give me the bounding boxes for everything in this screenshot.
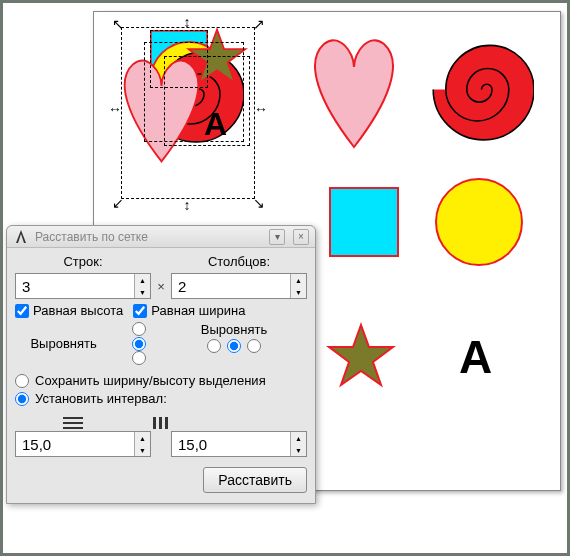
valign-bot-radio[interactable]: [132, 351, 146, 365]
vspacing-spinbox[interactable]: ▲▼: [171, 431, 307, 457]
rows-label: Строк:: [63, 254, 102, 269]
hspacing-down[interactable]: ▼: [135, 444, 150, 456]
set-interval-label: Установить интервал:: [35, 391, 167, 406]
hspacing-icon: [63, 417, 83, 429]
vspacing-up[interactable]: ▲: [291, 432, 306, 444]
valign-top-radio[interactable]: [132, 322, 146, 336]
arrange-dialog: Расставить по сетке ▾ × Строк: Столбцов:…: [6, 225, 316, 504]
cols-down[interactable]: ▼: [291, 286, 306, 298]
svg-rect-0: [330, 188, 398, 256]
rows-input[interactable]: [16, 274, 134, 298]
equal-width-checkbox[interactable]: Равная ширина: [133, 303, 245, 318]
cols-up[interactable]: ▲: [291, 274, 306, 286]
square-cyan-right: [329, 187, 399, 257]
star-olive-right: [326, 322, 396, 392]
app-icon: [13, 229, 29, 245]
hspacing-input[interactable]: [16, 432, 134, 456]
selection-inner-3: [164, 56, 250, 146]
handle-w[interactable]: ↔: [108, 102, 122, 116]
close-button[interactable]: ×: [293, 229, 309, 245]
svg-rect-9: [165, 417, 168, 429]
svg-rect-5: [63, 422, 83, 424]
rows-spinbox[interactable]: ▲▼: [15, 273, 151, 299]
svg-rect-6: [63, 427, 83, 429]
cols-label: Столбцов:: [208, 254, 270, 269]
titlebar[interactable]: Расставить по сетке ▾ ×: [7, 226, 315, 248]
svg-rect-7: [153, 417, 156, 429]
arrange-button[interactable]: Расставить: [203, 467, 307, 493]
equal-height-checkbox[interactable]: Равная высота: [15, 303, 123, 318]
app-frame: A A ↖ ↕ ↗ ↔ ↔ ↙ ↕ ↘ Расставить по сетке …: [3, 3, 567, 553]
spiral-red-right: [429, 37, 534, 142]
cols-input[interactable]: [172, 274, 290, 298]
rows-down[interactable]: ▼: [135, 286, 150, 298]
halign-left-radio[interactable]: [207, 339, 221, 353]
hspacing-up[interactable]: ▲: [135, 432, 150, 444]
vspacing-icon: [153, 417, 173, 429]
halign-center-radio[interactable]: [227, 339, 241, 353]
handle-ne[interactable]: ↗: [252, 17, 266, 31]
valign-label: Выровнять: [30, 336, 96, 351]
halign-label: Выровнять: [201, 322, 267, 337]
times-icon: ×: [155, 279, 167, 294]
handle-n[interactable]: ↕: [180, 15, 194, 29]
vspacing-down[interactable]: ▼: [291, 444, 306, 456]
set-interval-radio[interactable]: [15, 392, 29, 406]
handle-nw[interactable]: ↖: [111, 17, 125, 31]
dialog-title: Расставить по сетке: [35, 230, 261, 244]
handle-s[interactable]: ↕: [180, 198, 194, 212]
valign-mid-radio[interactable]: [132, 337, 146, 351]
halign-right-radio[interactable]: [247, 339, 261, 353]
handle-e[interactable]: ↔: [254, 102, 268, 116]
heart-pink-right: [309, 32, 399, 152]
cols-spinbox[interactable]: ▲▼: [171, 273, 307, 299]
minimize-button[interactable]: ▾: [269, 229, 285, 245]
svg-rect-4: [63, 417, 83, 419]
keep-extent-label: Сохранить ширину/высоту выделения: [35, 373, 266, 388]
svg-rect-8: [159, 417, 162, 429]
rows-up[interactable]: ▲: [135, 274, 150, 286]
keep-extent-radio[interactable]: [15, 374, 29, 388]
hspacing-spinbox[interactable]: ▲▼: [15, 431, 151, 457]
text-A-right: A: [459, 330, 492, 384]
handle-sw[interactable]: ↙: [111, 196, 125, 210]
handle-se[interactable]: ↘: [252, 196, 266, 210]
circle-yellow-right: [434, 177, 524, 267]
svg-point-1: [436, 179, 522, 265]
vspacing-input[interactable]: [172, 432, 290, 456]
